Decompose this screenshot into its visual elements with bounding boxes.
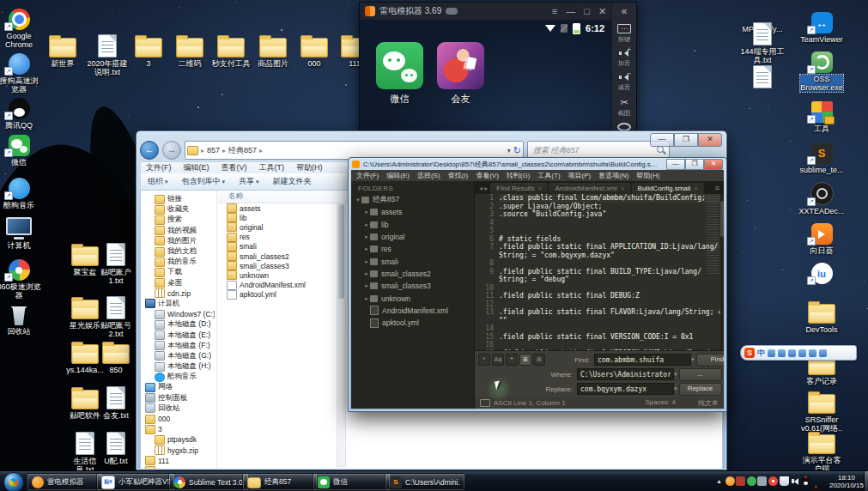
desktop-icon-工具[interactable]: 工具 (796, 100, 847, 133)
sublime-menu-帮助(H)[interactable]: 帮助(H) (636, 171, 659, 180)
desktop-icon-TeamViewer[interactable]: TeamViewer (796, 10, 847, 44)
tree-item-222[interactable]: 222 (141, 466, 215, 469)
taskbar-clock[interactable]: 18:10 2020/10/15 (829, 474, 864, 489)
ime-emoji-icon[interactable] (778, 349, 786, 357)
where-input[interactable] (577, 368, 674, 380)
find-toggle-4[interactable]: ⊞ (533, 354, 545, 366)
where-browse-button[interactable]: ... (679, 368, 722, 381)
desktop-icon-sublime_te...[interactable]: sublime_te... (796, 141, 847, 174)
explorer-menu-工具(T)[interactable]: 工具(T) (259, 162, 285, 173)
explorer-maximize-button[interactable]: ❐ (674, 133, 698, 147)
emulator-menu-button[interactable]: ≡ (552, 3, 557, 19)
minimap[interactable] (707, 196, 719, 275)
tray-flower-360[interactable] (768, 476, 778, 486)
tree-item-000[interactable]: 000 (141, 414, 215, 424)
tree-item-我的图片[interactable]: 我的图片 (141, 236, 215, 246)
tray-volume[interactable] (790, 476, 799, 486)
ime-mode-chinese[interactable]: 中 (757, 348, 765, 359)
desktop-icon-SRSniffer[interactable]: SRSniffer v0.61(网络.. (796, 391, 847, 433)
desktop-icon-计算机[interactable]: 计算机 (0, 216, 43, 250)
tree-item-111[interactable]: 111 (141, 456, 215, 466)
sublime-tree-apktool.yml[interactable]: apktool.yml (351, 317, 474, 329)
sublime-tree-smali_classes2[interactable]: ▸smali_classes2 (351, 268, 474, 280)
tree-item-Windows7 (C:)[interactable]: Windows7 (C:) (141, 309, 215, 319)
find-input[interactable] (594, 354, 691, 366)
emulator-minimize-button[interactable]: — (566, 3, 575, 19)
sublime-menu-首选项(N)[interactable]: 首选项(N) (598, 171, 628, 180)
sublime-menu-转到(G)[interactable]: 转到(G) (507, 171, 531, 180)
ime-keyboard-icon[interactable] (798, 349, 806, 357)
breadcrumb-jingdian857[interactable]: 经典857 (228, 145, 257, 156)
sublime-tree-AndroidManifest.xml[interactable]: AndroidManifest.xml (351, 305, 474, 317)
tree-item-酷狗音乐[interactable]: 酷狗音乐 (141, 372, 215, 382)
desktop-icon-贴吧账户[interactable]: 贴吧账户 1.txt (97, 243, 135, 285)
find-toggle-1[interactable]: Aa (492, 354, 504, 366)
sublime-tree-res[interactable]: ▸res (351, 243, 474, 255)
tab-overflow-button[interactable]: ≡ (715, 184, 724, 194)
desktop-icon-850[interactable]: 850 (97, 341, 135, 374)
sogou-ime-toolbar[interactable]: S 中 (740, 345, 857, 361)
desktop-icon-iu[interactable] (796, 261, 847, 284)
tab-Find Results[interactable]: Find Results× (490, 183, 548, 194)
forward-button[interactable]: → (162, 141, 181, 160)
emulator-close-button[interactable]: ✕ (598, 3, 606, 19)
find-toggle-3[interactable]: ≣ (519, 354, 531, 366)
editor-scrollbar[interactable] (720, 194, 724, 350)
taskbar-button-Sublime Text 3.0..[interactable]: Sublime Text 3.0.. (168, 473, 249, 491)
start-button[interactable] (3, 472, 24, 491)
desktop-icon-txt[interactable] (737, 65, 788, 88)
tree-item-本地磁盘 (F:)[interactable]: 本地磁盘 (F:) (141, 341, 215, 351)
tree-item-我的视频[interactable]: 我的视频 (141, 226, 215, 236)
tree-item-链接[interactable]: 链接 (141, 194, 215, 204)
tray-ldplayer[interactable] (725, 476, 735, 486)
tree-item-本地磁盘 (G:)[interactable]: 本地磁盘 (G:) (141, 351, 215, 361)
tree-item-收藏夹[interactable]: 收藏夹 (141, 204, 215, 215)
desktop-icon-会友.txt[interactable]: 会友.txt (97, 386, 135, 420)
taskbar-button-C:\Users\Admini...[interactable]: C:\Users\Admini... (385, 473, 465, 491)
sublime-tree-unknown[interactable]: ▸unknown (351, 292, 474, 304)
sublime-tree-assets[interactable]: ▸assets (351, 206, 474, 218)
back-button[interactable]: ← (140, 141, 159, 160)
emulator-tool-scissors[interactable]: ✂截图 (617, 97, 631, 118)
tree-item-网络[interactable]: 网络 (141, 382, 215, 392)
find-toggle-2[interactable]: ❝ (506, 354, 518, 366)
desktop-icon-贴吧账号[interactable]: 贴吧账号 2.txt (97, 296, 135, 338)
tree-item-hygxb.zip[interactable]: hygxb.zip (141, 446, 215, 456)
tray-misc-grey[interactable] (757, 476, 767, 486)
sublime-menu-文件(F)[interactable]: 文件(F) (356, 171, 379, 180)
tree-item-cdn.zip[interactable]: cdn.zip (141, 288, 215, 299)
tray-qq[interactable] (811, 486, 821, 491)
tree-item-回收站[interactable]: 回收站 (141, 403, 215, 414)
tree-item-下载[interactable]: 下载 (141, 267, 215, 277)
tab-AndroidManifest.xml[interactable]: AndroidManifest.xml× (549, 183, 630, 194)
tray-tray-arrow[interactable]: ▴ (714, 476, 724, 486)
tab-scroll-buttons[interactable]: ◂ ▸ (475, 185, 490, 194)
tree-item-我的文档[interactable]: 我的文档 (141, 246, 215, 257)
android-app-微信[interactable]: 微信 (376, 42, 423, 106)
replace-input[interactable] (577, 383, 674, 395)
address-dropdown-button[interactable]: ▾ (507, 147, 511, 155)
desktop-icon-2020年搭建[interactable]: 2020年搭建 说明.txt (86, 34, 129, 76)
sublime-tree-lib[interactable]: ▸lib (351, 219, 474, 231)
sublime-menu-项目(P)[interactable]: 项目(P) (568, 171, 592, 180)
refresh-button[interactable]: ↻ (513, 145, 521, 156)
tree-item-计算机[interactable]: 计算机 (141, 299, 215, 309)
desktop-icon-二维码[interactable]: 二维码 (168, 34, 211, 68)
sublime-menu-选择(S)[interactable]: 选择(S) (417, 171, 440, 180)
tree-item-3[interactable]: 3 (141, 424, 215, 434)
tab-BuildConfig.smali[interactable]: BuildConfig.smali× (632, 183, 704, 194)
emulator-tool-keyboard[interactable]: 按键 (617, 24, 631, 44)
file-list-scrollbar[interactable] (337, 203, 346, 467)
desktop-icon-OSS[interactable]: OSS Browser.exe (796, 50, 847, 92)
toolbar-新建文件夹[interactable]: 新建文件夹 (272, 176, 311, 187)
explorer-menu-文件(F)[interactable]: 文件(F) (146, 162, 172, 173)
emulator-titlebar[interactable]: 雷电模拟器 3.69 ≡ — □ ✕ (360, 3, 611, 20)
desktop-icon-DevTools[interactable]: DevTools (796, 300, 847, 334)
desktop-icon-腾讯QQ[interactable]: 腾讯QQ (0, 96, 43, 130)
explorer-minimize-button[interactable]: — (650, 133, 674, 147)
taskbar-button-微信[interactable]: 微信 (313, 473, 391, 491)
replace-history-dropdown[interactable]: ▾ (674, 385, 677, 392)
sublime-menu-查找(I)[interactable]: 查找(I) (448, 171, 469, 180)
desktop-icon-新世界[interactable]: 新世界 (41, 34, 84, 68)
desktop-icon-微信[interactable]: 微信 (0, 133, 43, 167)
